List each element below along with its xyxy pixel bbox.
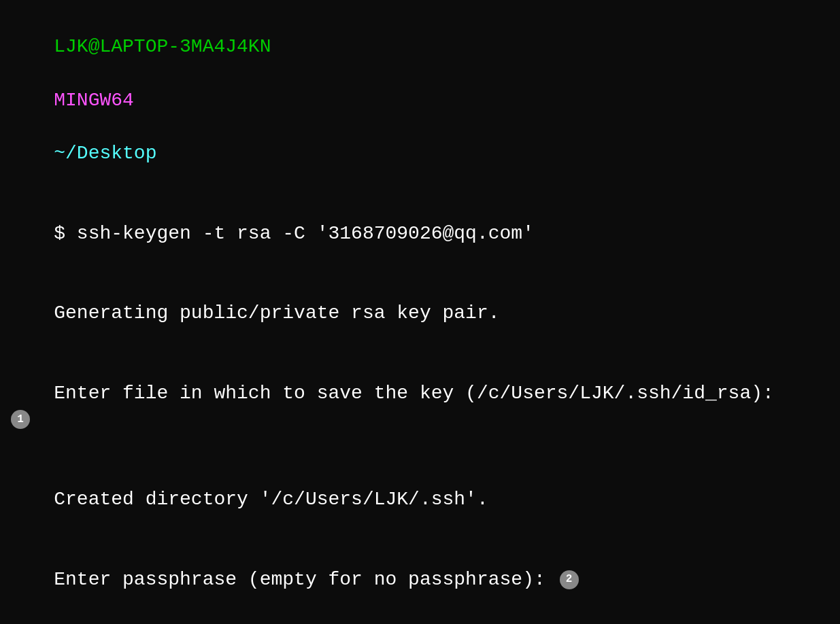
prompt-line: LJK@LAPTOP-3MA4J4KN MINGW64 ~/Desktop bbox=[8, 7, 832, 193]
prompt-shell: MINGW64 bbox=[54, 90, 134, 111]
enter-file-line: Enter file in which to save the key (/c/… bbox=[8, 353, 832, 460]
prompt-path: ~/Desktop bbox=[54, 143, 156, 164]
generating-line: Generating public/private rsa key pair. bbox=[8, 273, 832, 353]
created-dir-line: Created directory '/c/Users/LJK/.ssh'. bbox=[8, 460, 832, 540]
command-line: $ ssh-keygen -t rsa -C '3168709026@qq.co… bbox=[8, 193, 832, 273]
badge-2: 2 bbox=[560, 570, 579, 589]
enter-same-passphrase-line: Enter same passphrase again: 3 bbox=[8, 619, 832, 624]
prompt-user: LJK@LAPTOP-3MA4J4KN bbox=[54, 36, 271, 57]
terminal-window: LJK@LAPTOP-3MA4J4KN MINGW64 ~/Desktop $ … bbox=[0, 0, 840, 624]
enter-passphrase-line: Enter passphrase (empty for no passphras… bbox=[8, 540, 832, 620]
badge-1: 1 bbox=[11, 410, 30, 429]
